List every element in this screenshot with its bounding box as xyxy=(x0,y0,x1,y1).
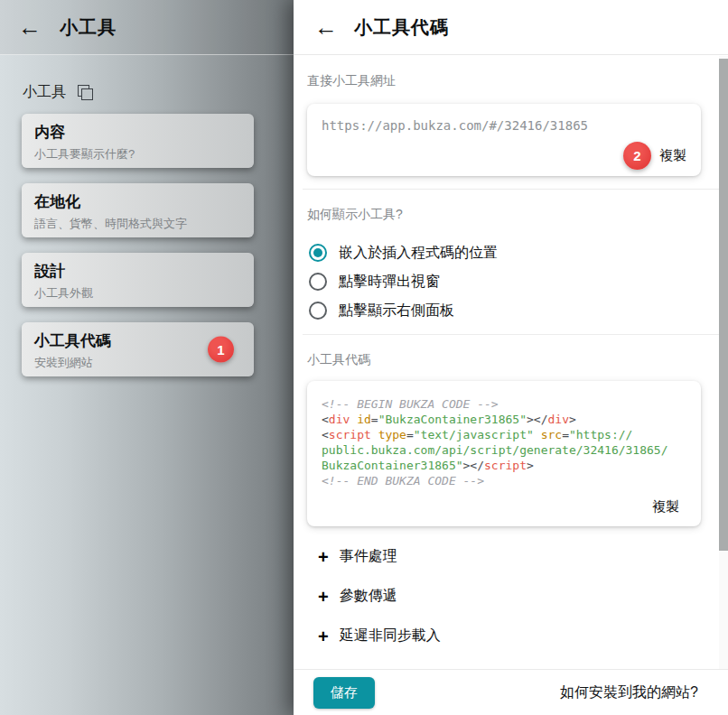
widgets-page-title: 小工具 xyxy=(60,15,117,40)
card-title: 在地化 xyxy=(34,191,241,212)
copy-code-button[interactable]: 複製 xyxy=(645,495,686,519)
step-badge-2: 2 xyxy=(623,142,651,170)
widgets-page-header: ← 小工具 xyxy=(0,0,294,55)
expander-parameter-passing[interactable]: + 參數傳遞 xyxy=(318,587,701,606)
panel-title: 小工具代碼 xyxy=(354,15,449,40)
radio-option-popup[interactable]: 點擊時彈出視窗 xyxy=(307,271,701,292)
widget-code-card: <!-- BEGIN BUKZA CODE --><div id="BukzaC… xyxy=(307,381,701,526)
radio-option-embed[interactable]: 嵌入於插入程式碼的位置 xyxy=(307,242,701,264)
copy-url-button[interactable]: 複製 xyxy=(652,144,694,168)
card-subtitle: 小工具外觀 xyxy=(34,285,241,302)
card-title: 内容 xyxy=(34,122,241,143)
display-mode-label: 如何顯示小工具? xyxy=(307,207,701,223)
divider xyxy=(303,189,719,190)
card-subtitle: 語言、貨幣、時間格式與文字 xyxy=(34,216,241,232)
duplicate-widget-icon[interactable] xyxy=(78,85,93,100)
direct-url-value[interactable]: https://app.bukza.com/#/32416/31865 xyxy=(322,118,686,133)
install-help-link[interactable]: 如何安裝到我的網站? xyxy=(560,683,698,702)
url-copy-row: 2 複製 xyxy=(623,142,694,170)
widget-section-label: 小工具 xyxy=(23,83,66,102)
direct-url-card: https://app.bukza.com/#/32416/31865 2 複製 xyxy=(307,104,701,176)
code-copy-row: 複製 xyxy=(322,495,686,519)
panel-header: ← 小工具代碼 xyxy=(294,0,728,55)
expander-lazy-async-load[interactable]: + 延遲非同步載入 xyxy=(318,627,701,645)
save-button[interactable]: 儲存 xyxy=(313,677,375,709)
expander-label: 參數傳遞 xyxy=(340,587,397,606)
expander-label: 延遲非同步載入 xyxy=(340,627,441,645)
back-arrow-icon[interactable]: ← xyxy=(18,15,42,39)
sidebar-card-widget-code[interactable]: 小工具代碼 安裝到網站 1 xyxy=(22,322,254,376)
direct-url-label: 直接小工具網址 xyxy=(307,73,701,89)
plus-icon: + xyxy=(318,627,329,645)
radio-icon[interactable] xyxy=(309,273,327,291)
expander-event-handling[interactable]: + 事件處理 xyxy=(318,547,701,566)
radio-label: 點擊時彈出視窗 xyxy=(339,273,440,292)
card-subtitle: 小工具要顯示什麼? xyxy=(34,146,241,162)
radio-label: 嵌入於插入程式碼的位置 xyxy=(339,244,498,263)
plus-icon: + xyxy=(318,588,329,606)
widgets-page-backdrop: ← 小工具 小工具 内容 小工具要顯示什麼? 在地化 語言、貨幣、時間格式與文字… xyxy=(0,0,294,715)
radio-label: 點擊顯示右側面板 xyxy=(339,302,454,320)
divider xyxy=(303,334,719,335)
expander-label: 事件處理 xyxy=(340,547,397,566)
step-badge-1: 1 xyxy=(208,337,234,363)
sidebar-card-content[interactable]: 内容 小工具要顯示什麼? xyxy=(22,114,254,168)
widget-code-label: 小工具代碼 xyxy=(307,352,701,368)
widget-code-block[interactable]: <!-- BEGIN BUKZA CODE --><div id="BukzaC… xyxy=(322,396,686,488)
radio-icon[interactable] xyxy=(309,244,327,262)
panel-footer: 儲存 如何安裝到我的網站? xyxy=(294,669,728,715)
card-title: 設計 xyxy=(34,261,241,282)
plus-icon: + xyxy=(318,548,329,566)
radio-icon[interactable] xyxy=(309,302,327,320)
radio-option-side-panel[interactable]: 點擊顯示右側面板 xyxy=(307,300,701,321)
display-mode-group: 嵌入於插入程式碼的位置 點擊時彈出視窗 點擊顯示右側面板 xyxy=(307,242,701,321)
sidebar-card-localization[interactable]: 在地化 語言、貨幣、時間格式與文字 xyxy=(22,183,254,237)
panel-scrollbar[interactable] xyxy=(719,56,728,715)
sidebar-card-design[interactable]: 設計 小工具外觀 xyxy=(22,253,254,307)
widget-code-panel: ← 小工具代碼 直接小工具網址 https://app.bukza.com/#/… xyxy=(294,0,728,715)
panel-body: 直接小工具網址 https://app.bukza.com/#/32416/31… xyxy=(294,56,728,668)
panel-back-arrow-icon[interactable]: ← xyxy=(314,15,338,39)
scrollbar-thumb[interactable] xyxy=(719,59,728,551)
widget-section-row: 小工具 xyxy=(23,83,294,102)
